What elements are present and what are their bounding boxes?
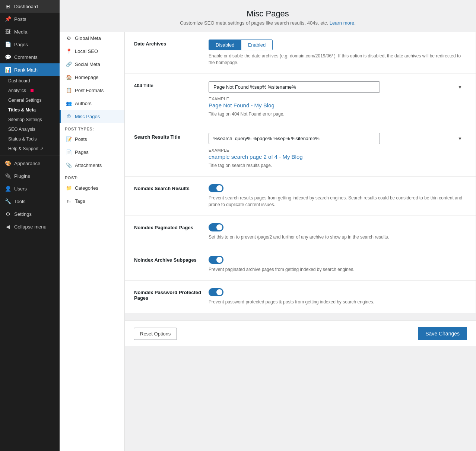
local-seo-icon: 📍 <box>66 48 72 54</box>
sidebar-item-tools[interactable]: 🔧 Tools <box>0 195 60 208</box>
noindex-paginated-switch[interactable] <box>209 223 223 231</box>
sidebar-item-general-settings[interactable]: General Settings <box>4 95 60 105</box>
noindex-archive-switch[interactable] <box>209 256 223 264</box>
users-icon: 👤 <box>4 186 11 192</box>
sidebar-item-analytics[interactable]: Analytics <box>4 86 60 95</box>
sidebar-label-media: Media <box>14 29 27 35</box>
sidebar-divider <box>0 155 60 155</box>
sidebar-label-sitemap-settings: Sitemap Settings <box>8 117 42 122</box>
404-title-example-value: Page Not Found - My Blog <box>209 102 467 108</box>
noindex-password-switch[interactable] <box>209 288 223 296</box>
404-title-example-label: EXAMPLE <box>209 97 467 101</box>
date-archives-toggle-group: Disabled Enabled <box>209 40 273 50</box>
settings-panel: Date Archives Disabled Enabled Enable or… <box>125 32 476 313</box>
sidebar-label-collapse: Collapse menu <box>14 224 47 230</box>
sidebar-item-pages[interactable]: 📄 Pages <box>0 38 60 51</box>
date-archives-enabled-btn[interactable]: Enabled <box>241 40 273 50</box>
sec-sidebar-item-global-meta[interactable]: ⚙ Global Meta <box>60 32 124 45</box>
sidebar-label-appearance: Appearance <box>14 161 40 166</box>
collapse-icon: ◀ <box>4 224 11 230</box>
posts-type-icon: 📝 <box>66 136 72 142</box>
content-wrapper: ⚙ Global Meta 📍 Local SEO 🔗 Social Meta … <box>60 32 476 451</box>
noindex-password-track <box>209 288 223 296</box>
sidebar-label-plugins: Plugins <box>14 173 30 179</box>
sec-sidebar-item-post-formats[interactable]: 📋 Post Formats <box>60 84 124 97</box>
sidebar-label-pages: Pages <box>14 42 28 47</box>
sidebar-item-media[interactable]: 🖼 Media <box>0 25 60 38</box>
tools-icon: 🔧 <box>4 198 11 204</box>
404-title-select-wrapper: Page Not Found %sep% %sitename% ▼ <box>209 81 467 93</box>
404-title-label: 404 Title <box>134 81 209 88</box>
sec-sidebar-item-social-meta[interactable]: 🔗 Social Meta <box>60 58 124 71</box>
sidebar-label-analytics: Analytics <box>8 88 26 93</box>
sec-sidebar-label-local-seo: Local SEO <box>75 48 98 54</box>
sec-sidebar-label-attachments: Attachments <box>75 163 102 168</box>
sidebar-item-settings[interactable]: ⚙ Settings <box>0 208 60 220</box>
noindex-paginated-desc: Set this to on to prevent /page/2 and fu… <box>209 234 467 240</box>
search-results-title-select-wrapper: %search_query% %page% %sep% %sitename% ▼ <box>209 133 467 144</box>
sidebar-item-collapse[interactable]: ◀ Collapse menu <box>0 220 60 233</box>
sec-sidebar-item-categories[interactable]: 📁 Categories <box>60 182 124 195</box>
search-results-example-label: EXAMPLE <box>209 148 467 152</box>
sec-sidebar-item-local-seo[interactable]: 📍 Local SEO <box>60 45 124 58</box>
sidebar-label-help-support: Help & Support ↗ <box>8 146 44 151</box>
settings-icon: ⚙ <box>4 211 11 217</box>
sidebar-item-titles-meta[interactable]: Titles & Meta <box>4 105 60 115</box>
sidebar-item-help-support[interactable]: Help & Support ↗ <box>4 144 60 154</box>
sidebar-label-general-settings: General Settings <box>8 98 41 103</box>
404-title-select[interactable]: Page Not Found %sep% %sitename% <box>209 81 380 93</box>
sidebar-label-dashboard: Dashboard <box>14 4 38 9</box>
sidebar-item-status-tools[interactable]: Status & Tools <box>4 134 60 144</box>
sec-sidebar-item-tags[interactable]: 🏷 Tags <box>60 195 124 208</box>
sec-sidebar-item-homepage[interactable]: 🏠 Homepage <box>60 71 124 84</box>
save-changes-button[interactable]: Save Changes <box>418 327 467 340</box>
setting-row-noindex-search: Noindex Search Results Prevent search re… <box>125 177 476 216</box>
sec-sidebar-label-pages-type: Pages <box>75 149 89 155</box>
sidebar-label-tools: Tools <box>14 199 25 204</box>
sec-sidebar-item-authors[interactable]: 👥 Authors <box>60 97 124 110</box>
sidebar-item-seo-analysis[interactable]: SEO Analysis <box>4 124 60 134</box>
sidebar-item-plugins[interactable]: 🔌 Plugins <box>0 170 60 182</box>
sidebar-item-dashboard-sub[interactable]: Dashboard <box>4 76 60 86</box>
sec-sidebar-item-posts-type[interactable]: 📝 Posts <box>60 133 124 146</box>
homepage-icon: 🏠 <box>66 75 72 80</box>
sidebar-item-rank-math[interactable]: 📊 Rank Math <box>0 63 60 76</box>
page-title: Misc Pages <box>67 9 469 19</box>
sec-sidebar-item-pages-type[interactable]: 📄 Pages <box>60 146 124 159</box>
learn-more-link[interactable]: Learn more <box>330 20 354 26</box>
date-archives-desc: Enable or disable the date archives (e.g… <box>209 53 467 66</box>
search-results-title-desc: Title tag on search results page. <box>209 162 467 169</box>
sidebar-item-sitemap-settings[interactable]: Sitemap Settings <box>4 115 60 124</box>
page-subtitle: Customize SEO meta settings of pages lik… <box>67 20 469 26</box>
post-section-label: Post: <box>60 172 124 182</box>
reset-options-button[interactable]: Reset Options <box>134 328 177 340</box>
sidebar-item-users[interactable]: 👤 Users <box>0 182 60 195</box>
comments-icon: 💬 <box>4 54 11 60</box>
sidebar-item-comments[interactable]: 💬 Comments <box>0 51 60 63</box>
analytics-notification-dot <box>31 89 34 92</box>
sidebar-item-dashboard[interactable]: ⊞ Dashboard <box>0 0 60 13</box>
sidebar-item-appearance[interactable]: 🎨 Appearance <box>0 157 60 170</box>
sec-sidebar-item-attachments[interactable]: 📎 Attachments <box>60 159 124 172</box>
404-title-control: Page Not Found %sep% %sitename% ▼ EXAMPL… <box>209 81 467 117</box>
sec-sidebar-item-misc-pages[interactable]: © Misc Pages <box>60 110 124 123</box>
noindex-search-track <box>209 184 223 192</box>
plugins-icon: 🔌 <box>4 173 11 179</box>
posts-icon: 📌 <box>4 16 11 22</box>
sec-sidebar-label-misc-pages: Misc Pages <box>75 114 100 119</box>
search-results-title-label: Search Results Title <box>134 133 209 140</box>
date-archives-disabled-btn[interactable]: Disabled <box>209 40 241 50</box>
post-formats-icon: 📋 <box>66 88 72 93</box>
setting-row-date-archives: Date Archives Disabled Enabled Enable or… <box>125 32 476 74</box>
setting-row-noindex-archive: Noindex Archive Subpages Prevent paginat… <box>125 248 476 281</box>
noindex-paginated-control: Set this to on to prevent /page/2 and fu… <box>209 223 467 240</box>
pages-icon: 📄 <box>4 41 11 47</box>
main-content: Misc Pages Customize SEO meta settings o… <box>60 0 476 451</box>
404-title-dropdown-arrow: ▼ <box>458 85 462 90</box>
categories-icon: 📁 <box>66 185 72 191</box>
pages-type-icon: 📄 <box>66 149 72 155</box>
search-results-title-control: %search_query% %page% %sep% %sitename% ▼… <box>209 133 467 169</box>
sidebar-item-posts[interactable]: 📌 Posts <box>0 13 60 25</box>
search-results-title-select[interactable]: %search_query% %page% %sep% %sitename% <box>209 133 380 144</box>
noindex-search-switch[interactable] <box>209 184 223 192</box>
